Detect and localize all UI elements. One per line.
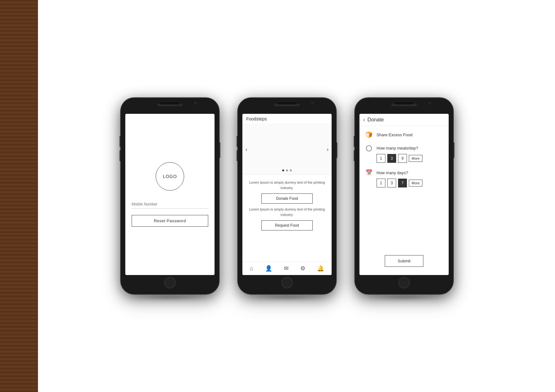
vol-down-3 — [354, 150, 355, 161]
shadow-2 — [248, 294, 326, 300]
donate-food-button[interactable]: Donate Food — [261, 193, 313, 204]
phone-1: LOGO Reset Password — [121, 98, 219, 294]
nav-mail-icon[interactable]: ✉ — [284, 265, 289, 272]
days-options-row: 1 3 7 More — [365, 179, 444, 187]
nav-settings-icon[interactable]: ⚙ — [300, 265, 305, 272]
vol-down-2 — [237, 150, 238, 161]
logo-text: LOGO — [163, 174, 177, 179]
shadow-1 — [131, 294, 209, 300]
vol-up-3 — [354, 136, 355, 147]
days-label: How many days? — [377, 170, 408, 175]
days-option-3[interactable]: 3 — [387, 179, 396, 187]
lorem-text-2: Lorem Ipsum is simply dummy text of the … — [247, 207, 327, 217]
shadow-3 — [365, 294, 443, 300]
power-btn-2 — [336, 142, 337, 158]
submit-area: Submit — [365, 255, 444, 270]
home-btn-3[interactable] — [398, 277, 410, 288]
reset-password-button[interactable]: Reset Password — [132, 215, 208, 227]
dot-3[interactable] — [290, 169, 292, 171]
camera-2 — [311, 102, 314, 104]
carousel-next[interactable]: › — [327, 147, 328, 152]
donate-header: ‹ Donate — [359, 114, 449, 126]
share-row: 🍞 Share Excess Food — [365, 131, 444, 138]
phone-3: ‹ Donate 🍞 Share Excess Food ◯ — [355, 98, 453, 294]
meals-label: How many meals/day? — [377, 146, 418, 150]
days-section: 📅 How many days? 1 3 7 More — [365, 169, 444, 187]
carousel-area: ‹ › — [242, 124, 332, 175]
phones-container: LOGO Reset Password Foodsteps ‹ › — [121, 98, 453, 294]
speaker-2 — [278, 102, 296, 104]
content-section: Lorem Ipsum is simply dummy text of the … — [242, 175, 332, 261]
dot-2[interactable] — [286, 169, 288, 171]
share-label: Share Excess Food — [377, 132, 412, 137]
nav-person-icon[interactable]: 👤 — [265, 265, 272, 272]
vol-up-1 — [120, 136, 121, 147]
bottom-nav: ⌂ 👤 ✉ ⚙ 🔔 — [242, 261, 332, 275]
days-row: 📅 How many days? — [365, 169, 444, 176]
power-btn-1 — [219, 142, 220, 158]
days-option-7[interactable]: 7 — [398, 179, 407, 187]
screen-1: LOGO Reset Password — [125, 114, 215, 275]
submit-button[interactable]: Submit — [385, 255, 423, 267]
days-icon: 📅 — [365, 169, 373, 176]
meals-option-1[interactable]: 1 — [377, 154, 385, 163]
carousel-prev[interactable]: ‹ — [246, 147, 247, 152]
carousel-dots — [282, 169, 292, 171]
screen-2: Foodsteps ‹ › Lorem Ipsum is simply dumm… — [242, 114, 332, 275]
donate-body: 🍞 Share Excess Food ◯ How many meals/day… — [359, 126, 449, 275]
home-btn-1[interactable] — [164, 277, 176, 288]
days-more-button[interactable]: More — [409, 180, 422, 187]
home-btn-2[interactable] — [281, 277, 293, 288]
logo-circle: LOGO — [156, 162, 184, 191]
login-screen: LOGO Reset Password — [125, 114, 215, 275]
vol-up-2 — [237, 136, 238, 147]
nav-bell-icon[interactable]: 🔔 — [317, 265, 324, 272]
meals-option-9[interactable]: 9 — [398, 154, 407, 163]
donate-screen-title: Donate — [367, 117, 384, 123]
speaker-3 — [395, 102, 414, 104]
app-title: Foodsteps — [246, 116, 267, 121]
main-screen: Foodsteps ‹ › Lorem Ipsum is simply dumm… — [242, 114, 332, 275]
nav-home-icon[interactable]: ⌂ — [250, 265, 253, 272]
mobile-input[interactable] — [132, 200, 208, 209]
screen-3: ‹ Donate 🍞 Share Excess Food ◯ — [359, 114, 449, 275]
camera-1 — [194, 102, 197, 104]
meals-row: ◯ How many meals/day? — [365, 144, 444, 151]
back-button[interactable]: ‹ — [363, 117, 365, 123]
donate-screen: ‹ Donate 🍞 Share Excess Food ◯ — [359, 114, 449, 275]
vol-down-1 — [120, 150, 121, 161]
meals-icon: ◯ — [365, 144, 373, 151]
meals-section: ◯ How many meals/day? 1 3 9 More — [365, 144, 444, 163]
meals-option-3[interactable]: 3 — [387, 154, 396, 163]
days-option-1[interactable]: 1 — [377, 179, 385, 187]
app-header: Foodsteps — [242, 114, 332, 124]
wood-panel — [0, 0, 38, 392]
share-icon: 🍞 — [365, 131, 373, 138]
speaker-1 — [160, 102, 179, 104]
dot-1[interactable] — [282, 169, 284, 171]
power-btn-3 — [453, 142, 454, 158]
share-section: 🍞 Share Excess Food — [365, 131, 444, 138]
request-food-button[interactable]: Request Food — [261, 220, 313, 230]
meals-options-row: 1 3 9 More — [365, 154, 444, 163]
camera-3 — [428, 102, 431, 104]
meals-more-button[interactable]: More — [409, 155, 422, 162]
lorem-text-1: Lorem Ipsum is simply dummy text of the … — [247, 180, 327, 190]
phone-2: Foodsteps ‹ › Lorem Ipsum is simply dumm… — [238, 98, 336, 294]
